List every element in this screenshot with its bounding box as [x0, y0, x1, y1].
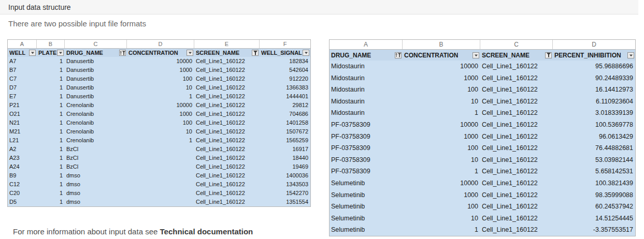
- cell: 16.14412973: [553, 84, 635, 96]
- cell: 1000: [127, 110, 194, 118]
- table-row: PF-03758309100Cell_Line1_16012276.448826…: [330, 142, 635, 154]
- cell: Danusertib: [65, 66, 127, 74]
- cell: Danusertib: [65, 57, 127, 66]
- cell: Cell_Line1_160122: [194, 118, 260, 127]
- cell: Crenolanib: [65, 110, 127, 118]
- table-row: Selumetinib100Cell_Line1_16012260.245379…: [330, 201, 635, 213]
- cell: B7: [8, 66, 37, 74]
- cell: A24: [8, 162, 37, 171]
- dropdown-icon: [627, 52, 634, 58]
- input-format-1-table: ABCDEFWELLPLATEDRUG_NAMECONCENTRATIONSCR…: [7, 39, 311, 207]
- column-header-concentration: CONCENTRATION: [403, 50, 480, 61]
- cell: Cell_Line1_160122: [480, 142, 553, 154]
- cell: PF-03758309: [330, 119, 403, 131]
- cell: 60.24537942: [553, 201, 635, 213]
- cell: Cell_Line1_160122: [480, 177, 553, 189]
- cell: 96.0613429: [553, 131, 635, 143]
- cell: Crenolanib: [65, 101, 127, 110]
- cell: O21: [8, 110, 37, 118]
- cell: Cell_Line1_160122: [194, 57, 260, 66]
- column-letter: F: [260, 40, 310, 48]
- cell: Cell_Line1_160122: [480, 166, 553, 177]
- column-letter: A: [330, 40, 403, 49]
- cell: A23: [8, 154, 37, 162]
- cell: Midostaurin: [330, 72, 403, 84]
- dropdown-icon: [303, 50, 309, 56]
- cell: Cell_Line1_160122: [194, 171, 260, 180]
- cell: 1542270: [260, 189, 310, 198]
- cell: Midostaurin: [330, 84, 403, 96]
- table-row: A241BzClCell_Line1_16012219469: [8, 162, 310, 171]
- column-header-plate: PLATE: [37, 49, 65, 57]
- cell: C7: [8, 74, 37, 83]
- cell: 18440: [260, 154, 310, 162]
- cell: 1: [37, 127, 65, 136]
- column-letter: A: [8, 40, 37, 48]
- cell: C20: [8, 189, 37, 198]
- table-row: Midostaurin100Cell_Line1_16012216.144129…: [330, 84, 635, 96]
- cell: dmso: [65, 180, 127, 189]
- cell: Cell_Line1_160122: [194, 92, 260, 101]
- column-header-concentration: CONCENTRATION: [127, 49, 194, 57]
- table-row: PF-037583091000Cell_Line1_16012296.06134…: [330, 131, 635, 143]
- column-letter: C: [65, 40, 127, 48]
- column-header-screen_name: SCREEN_NAME: [194, 49, 260, 57]
- column-letter: E: [194, 40, 260, 48]
- dropdown-icon: [473, 52, 479, 58]
- cell: 1: [37, 189, 65, 198]
- cell: 1: [403, 224, 480, 236]
- cell: 100: [403, 142, 480, 154]
- cell: 14.51254445: [553, 213, 635, 225]
- cell: Cell_Line1_160122: [194, 198, 260, 206]
- cell: P21: [8, 101, 37, 110]
- cell: 1: [37, 83, 65, 92]
- cell: Cell_Line1_160122: [480, 107, 553, 119]
- cell: [127, 145, 194, 154]
- cell: -3.357553517: [553, 224, 635, 236]
- table-row: B91dmsoCell_Line1_1601221400036: [8, 171, 310, 180]
- table-row: O211Crenolanib1000Cell_Line1_16012270468…: [8, 110, 310, 118]
- header-row: DRUG_NAMECONCENTRATIONSCREEN_NAMEPERCENT…: [330, 50, 635, 61]
- cell: Cell_Line1_160122: [194, 154, 260, 162]
- cell: Midostaurin: [330, 61, 403, 72]
- cell: 542604: [260, 66, 310, 74]
- table-row: P211Crenolanib10000Cell_Line1_1601222981…: [8, 101, 310, 110]
- cell: Selumetinib: [330, 213, 403, 225]
- cell: [127, 154, 194, 162]
- table-row: Selumetinib10000Cell_Line1_160122100.382…: [330, 177, 635, 189]
- cell: 1444401: [260, 92, 310, 101]
- cell: 16917: [260, 145, 310, 154]
- cell: 10000: [127, 57, 194, 66]
- cell: 1565259: [260, 136, 310, 145]
- technical-documentation-link[interactable]: Technical documentation: [160, 227, 253, 236]
- cell: Cell_Line1_160122: [194, 110, 260, 118]
- cell: 76.44882681: [553, 142, 635, 154]
- cell: 10000: [403, 119, 480, 131]
- cell: 100.3821439: [553, 177, 635, 189]
- table-row: PF-037583091Cell_Line1_1601225.658142531: [330, 166, 635, 177]
- cell: Crenolanib: [65, 136, 127, 145]
- cell: 100: [127, 118, 194, 127]
- cell: Midostaurin: [330, 96, 403, 108]
- column-letter: B: [37, 40, 65, 48]
- cell: Cell_Line1_160122: [480, 131, 553, 143]
- cell: Selumetinib: [330, 189, 403, 201]
- cell: 1343503: [260, 180, 310, 189]
- cell: 10: [403, 154, 480, 166]
- cell: 1351554: [260, 198, 310, 206]
- table-row: Midostaurin10000Cell_Line1_16012295.9688…: [330, 61, 635, 72]
- table-row: N211Crenolanib100Cell_Line1_160122140125…: [8, 118, 310, 127]
- column-letter: C: [480, 40, 553, 49]
- cell: 1: [37, 118, 65, 127]
- column-header-label: DRUG_NAME: [66, 50, 103, 56]
- cell: 90.24489339: [553, 72, 635, 84]
- cell: 100: [403, 84, 480, 96]
- cell: Danusertib: [65, 74, 127, 83]
- cell: Cell_Line1_160122: [480, 213, 553, 225]
- cell: Crenolanib: [65, 127, 127, 136]
- cell: 10000: [403, 177, 480, 189]
- cell: M21: [8, 127, 37, 136]
- table-row: L211Crenolanib1Cell_Line1_1601221565259: [8, 136, 310, 145]
- cell: Cell_Line1_160122: [480, 189, 553, 201]
- dropdown-icon: [57, 50, 64, 56]
